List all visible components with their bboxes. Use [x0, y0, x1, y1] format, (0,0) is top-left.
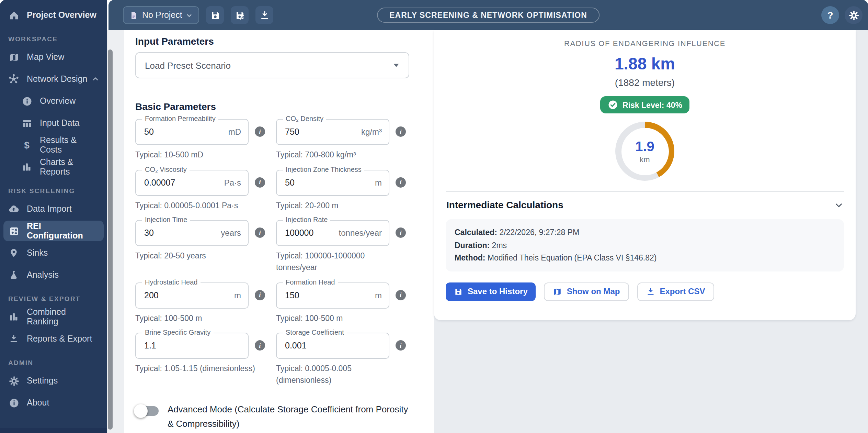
save-to-history-button[interactable]: Save to History — [446, 282, 536, 301]
advanced-mode-label: Advanced Mode (Calculate Storage Coeffic… — [168, 402, 409, 431]
sidebar-section-review-export: REVIEW & EXPORT — [0, 295, 107, 302]
sidebar-item-sinks[interactable]: Sinks — [3, 243, 104, 263]
info-icon[interactable]: i — [396, 228, 406, 238]
sidebar-item-about[interactable]: About — [3, 392, 104, 413]
project-selector-button[interactable]: No Project — [123, 6, 199, 24]
gauge-value: 1.9 — [635, 139, 654, 154]
risk-level-label: Risk Level: 40% — [623, 101, 682, 109]
sidebar-item-project-overview[interactable]: Project Overview — [3, 5, 104, 25]
sidebar-item-reports-export[interactable]: Reports & Export — [3, 329, 104, 349]
meta-calculated: Calculated: 2/22/2026, 9:27:28 PM — [455, 226, 835, 239]
select-caret-icon — [393, 63, 400, 68]
sidebar-item-overview[interactable]: Overview — [16, 91, 104, 111]
brine-specific-gravity-input[interactable] — [136, 334, 248, 358]
flask-icon — [8, 269, 19, 280]
injection-zone-thickness-input[interactable] — [277, 170, 389, 195]
gauge-unit: km — [640, 155, 650, 164]
download-icon — [646, 287, 655, 296]
advanced-mode-toggle[interactable] — [135, 406, 159, 415]
info-icon[interactable]: i — [255, 228, 265, 238]
sidebar-item-label: Settings — [27, 376, 58, 386]
info-icon[interactable]: i — [396, 341, 406, 351]
topbar: No Project EARLY SCREENING & NETWORK OPT… — [108, 0, 868, 30]
check-circle-icon — [607, 100, 618, 110]
map-icon — [8, 52, 19, 63]
field-unit: years — [221, 229, 241, 238]
export-csv-button[interactable]: Export CSV — [637, 282, 714, 301]
sidebar-item-map-view[interactable]: Map View — [3, 47, 104, 67]
intermediate-calculations-accordion[interactable]: Intermediate Calculations — [446, 192, 844, 210]
info-icon[interactable]: i — [255, 290, 265, 300]
info-icon[interactable]: i — [255, 341, 265, 351]
sidebar-item-label: Network Design — [27, 74, 87, 84]
info-icon[interactable]: i — [396, 290, 406, 300]
sidebar-item-combined-ranking[interactable]: Combined Ranking — [3, 307, 104, 327]
field-co2-density: CO₂ Density kg/m³ i Typical: 700-800 kg/… — [276, 119, 409, 160]
results-actions: Save to History Show on Map Export CSV — [446, 282, 844, 301]
field-co2-viscosity: CO₂ Viscosity Pa·s i Typical: 0.00005-0.… — [135, 169, 276, 211]
save-as-button[interactable] — [231, 6, 249, 24]
sidebar-item-label: Sinks — [27, 248, 48, 258]
risk-level-badge: Risk Level: 40% — [600, 96, 690, 113]
sidebar-item-rei-configuration[interactable]: REI Configuration — [3, 221, 104, 241]
network-icon — [8, 74, 19, 85]
info-icon[interactable]: i — [255, 126, 265, 137]
formation-head-input[interactable] — [277, 283, 389, 308]
sidebar: Project Overview WORKSPACE Map View Netw… — [0, 0, 107, 433]
field-hint: Typical: 100-500 m — [276, 312, 403, 324]
field-hint: Typical: 10-500 mD — [135, 149, 262, 160]
map-pin-icon — [8, 247, 19, 258]
content-scrollbar-thumb[interactable] — [108, 49, 113, 430]
sidebar-item-charts-reports[interactable]: Charts & Reports — [16, 157, 104, 177]
map-icon — [553, 287, 562, 296]
field-formation-permeability: Formation Permeability mD i Typical: 10-… — [135, 119, 276, 160]
sidebar-item-label: Charts & Reports — [40, 157, 99, 177]
sidebar-item-network-design[interactable]: Network Design — [3, 69, 104, 89]
info-icon[interactable]: i — [396, 126, 406, 137]
download-icon — [8, 333, 19, 344]
export-csv-label: Export CSV — [660, 287, 705, 297]
sidebar-footer-strip — [0, 428, 107, 433]
rei-gauge: 1.9 km — [446, 122, 844, 181]
results-caption: RADIUS OF ENDANGERING INFLUENCE — [446, 39, 844, 47]
rei-value-km: 1.88 km — [446, 54, 844, 74]
app-window: Project Overview WORKSPACE Map View Netw… — [0, 0, 868, 433]
storage-coefficient-input[interactable] — [277, 334, 389, 358]
info-circle-icon — [8, 397, 19, 408]
save-project-button[interactable] — [206, 6, 224, 24]
table-columns-icon — [21, 118, 32, 129]
info-icon[interactable]: i — [396, 177, 406, 187]
preset-scenario-select[interactable]: Load Preset Scenario — [135, 52, 409, 78]
calculation-meta-box: Calculated: 2/22/2026, 9:27:28 PM Durati… — [446, 219, 844, 271]
rei-value-meters: (1882 meters) — [446, 77, 844, 88]
show-on-map-label: Show on Map — [567, 287, 620, 297]
sidebar-item-input-data[interactable]: Input Data — [16, 113, 104, 133]
sidebar-item-analysis[interactable]: Analysis — [3, 265, 104, 285]
sidebar-item-results-costs[interactable]: $ Results & Costs — [16, 135, 104, 155]
gear-icon — [8, 375, 19, 386]
project-selector-label: No Project — [142, 10, 182, 20]
meta-value: 2/22/2026, 9:27:28 PM — [497, 228, 579, 236]
bar-chart-icon — [21, 162, 32, 173]
settings-button[interactable] — [845, 6, 863, 24]
help-button[interactable]: ? — [821, 6, 839, 24]
field-unit: mD — [228, 127, 241, 137]
field-brine-specific-gravity: Brine Specific Gravity i Typical: 1.05-1… — [135, 333, 276, 375]
export-project-button[interactable] — [256, 6, 274, 24]
sidebar-item-label: Map View — [27, 52, 64, 62]
field-hint: Typical: 0.00005-0.0001 Pa·s — [135, 200, 262, 211]
content-scrollbar-track — [107, 30, 124, 433]
info-icon[interactable]: i — [255, 177, 265, 187]
meta-label: Duration: — [455, 241, 490, 249]
show-on-map-button[interactable]: Show on Map — [544, 282, 629, 301]
field-formation-head: Formation Head m i Typical: 100-500 m — [276, 282, 409, 324]
hydrostatic-head-input[interactable] — [136, 283, 248, 308]
field-unit: tonnes/year — [339, 229, 382, 238]
sidebar-item-settings[interactable]: Settings — [3, 370, 104, 391]
sidebar-item-label: Results & Costs — [40, 135, 99, 155]
field-injection-zone-thickness: Injection Zone Thickness m i Typical: 20… — [276, 169, 409, 211]
rei-gauge-ring: 1.9 km — [615, 122, 674, 181]
advanced-mode-row: Advanced Mode (Calculate Storage Coeffic… — [135, 402, 409, 431]
sidebar-item-label: REI Configuration — [27, 221, 99, 241]
sidebar-item-data-import[interactable]: Data Import — [3, 199, 104, 219]
